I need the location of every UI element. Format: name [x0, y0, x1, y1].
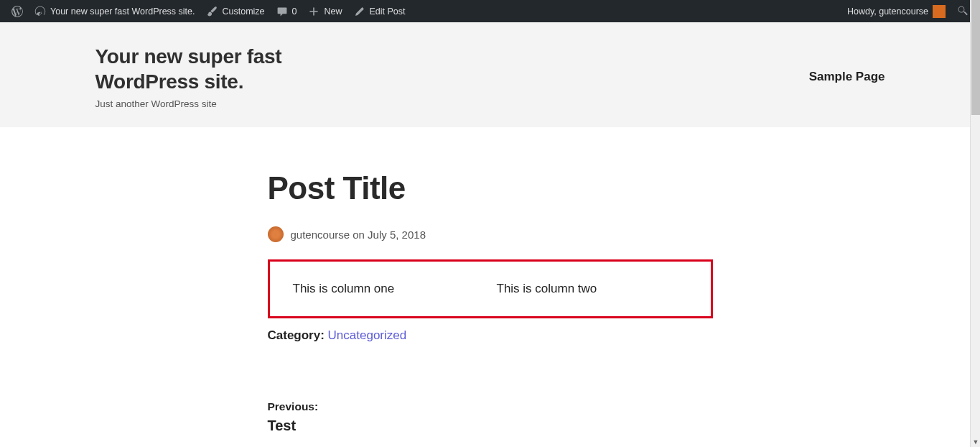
- plus-icon: [308, 6, 319, 17]
- dashboard-icon: [34, 6, 46, 17]
- vertical-scrollbar[interactable]: ▲ ▼: [970, 0, 980, 447]
- customize-link[interactable]: Customize: [200, 0, 270, 22]
- previous-label: Previous:: [268, 400, 713, 413]
- site-header: Your new super fast WordPress site. Just…: [0, 22, 980, 127]
- greeting-text: Howdy, gutencourse: [847, 6, 928, 17]
- column-one: This is column one: [293, 282, 484, 296]
- wp-logo-menu[interactable]: [6, 0, 29, 22]
- admin-bar: Your new super fast WordPress site. Cust…: [0, 0, 980, 22]
- my-account-menu[interactable]: Howdy, gutencourse: [841, 0, 951, 22]
- comments-count: 0: [292, 6, 297, 17]
- paintbrush-icon: [206, 6, 218, 17]
- post-date[interactable]: July 5, 2018: [368, 229, 426, 241]
- scroll-thumb[interactable]: [971, 0, 980, 115]
- customize-text: Customize: [222, 6, 264, 17]
- edit-post-link[interactable]: Edit Post: [348, 0, 411, 22]
- post-meta-text: gutencourse on July 5, 2018: [291, 229, 426, 241]
- nav-sample-page[interactable]: Sample Page: [809, 70, 885, 84]
- pencil-icon: [354, 6, 365, 17]
- admin-bar-left: Your new super fast WordPress site. Cust…: [6, 0, 411, 22]
- column-two: This is column two: [484, 282, 688, 296]
- post-title: Post Title: [268, 170, 713, 206]
- author-avatar-icon: [268, 226, 284, 242]
- comments-link[interactable]: 0: [271, 0, 303, 22]
- previous-post-link[interactable]: Test: [268, 418, 713, 434]
- new-text: New: [324, 6, 342, 17]
- comment-icon: [276, 6, 288, 17]
- category-link[interactable]: Uncategorized: [328, 328, 407, 342]
- site-name-text: Your new super fast WordPress site.: [50, 6, 195, 17]
- post-content: Post Title gutencourse on July 5, 2018 T…: [239, 127, 742, 434]
- post-meta: gutencourse on July 5, 2018: [268, 226, 713, 242]
- wordpress-icon: [11, 6, 23, 17]
- category-line: Category: Uncategorized: [268, 328, 713, 343]
- avatar-icon: [933, 5, 946, 18]
- site-title[interactable]: Your new super fast WordPress site.: [95, 44, 383, 94]
- site-name-menu[interactable]: Your new super fast WordPress site.: [29, 0, 200, 22]
- site-tagline: Just another WordPress site: [95, 98, 383, 109]
- meta-joiner: on: [350, 229, 368, 241]
- edit-post-text: Edit Post: [370, 6, 406, 17]
- author-link[interactable]: gutencourse: [291, 229, 350, 241]
- admin-bar-right: Howdy, gutencourse: [841, 0, 974, 22]
- search-icon: [957, 6, 969, 17]
- site-branding: Your new super fast WordPress site. Just…: [95, 44, 383, 109]
- post-navigation: Previous: Test: [268, 400, 713, 434]
- category-label: Category:: [268, 328, 328, 342]
- scroll-down-icon[interactable]: ▼: [971, 437, 980, 447]
- columns-block-highlight: This is column one This is column two: [268, 259, 713, 318]
- new-content-menu[interactable]: New: [302, 0, 347, 22]
